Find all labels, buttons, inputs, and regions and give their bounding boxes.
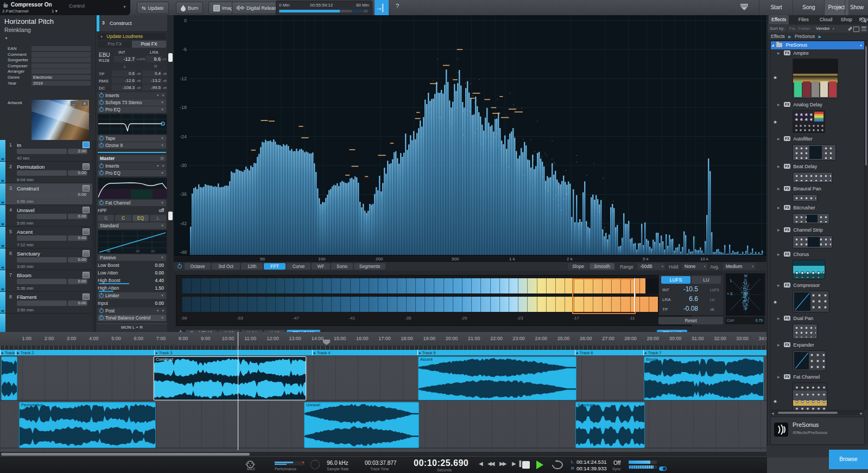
gain-value[interactable]: 2.00: [68, 149, 87, 154]
expander-icon[interactable]: [1, 223, 4, 226]
loudness-collapse-icon[interactable]: ▼: [100, 35, 103, 39]
help-button[interactable]: ?: [393, 3, 402, 11]
plugin-thumbnail[interactable]: [793, 172, 833, 183]
lu-toggle[interactable]: LU: [692, 276, 721, 284]
power-icon[interactable]: [99, 143, 104, 148]
field-input[interactable]: 2019: [31, 81, 91, 86]
plugin-thumbnail[interactable]: [793, 260, 825, 279]
track-header-label[interactable]: ▸ Track 3: [156, 350, 172, 355]
fast-forward-button[interactable]: ▶▶: [499, 461, 505, 466]
field-input[interactable]: [31, 57, 91, 62]
tree-item-binaural-pan[interactable]: ▶FXBinaural Pan: [771, 185, 864, 193]
slope-button[interactable]: Slope: [568, 263, 588, 270]
analyzer-mode-fft[interactable]: FFT: [264, 263, 286, 270]
gain-value[interactable]: 0.00: [68, 235, 87, 241]
browser-tab-cloud[interactable]: Cloud: [817, 15, 835, 24]
plugin-thumbnail[interactable]: [793, 194, 818, 202]
expander-icon[interactable]: [1, 180, 4, 182]
tab-pre-fx[interactable]: Pre FX: [98, 41, 132, 48]
plugin-thumbnail[interactable]: [793, 382, 827, 411]
track-header-label[interactable]: ▸ Track 4: [314, 350, 330, 355]
tree-item-bitcrusher[interactable]: ▶FXBitcrusher: [771, 204, 864, 212]
sort-vendor-option[interactable]: Vendor: [816, 26, 829, 31]
breadcrumb-effects[interactable]: Effects: [771, 34, 785, 39]
track-list-item[interactable]: 4Unravel0.005:00 min: [0, 205, 92, 227]
favorite-star-icon[interactable]: ★: [773, 399, 777, 404]
fc-mode-dropdown[interactable]: Standard▼: [98, 222, 166, 229]
inserts-header[interactable]: Inserts+▼: [98, 92, 166, 99]
reset-button[interactable]: Reset: [658, 317, 723, 324]
update-button[interactable]: ⇆ Update: [137, 2, 169, 14]
plugin-thumbnail[interactable]: [793, 235, 833, 248]
browser-tab-effects[interactable]: Effects: [769, 15, 789, 24]
expander-icon[interactable]: ▶: [777, 373, 780, 381]
gain-slider[interactable]: [17, 170, 67, 176]
gain-value[interactable]: 0.00: [68, 257, 87, 263]
browser-vscrollbar[interactable]: [865, 41, 867, 410]
favorite-star-icon[interactable]: ★: [773, 299, 777, 305]
plugin-thumbnail[interactable]: [793, 144, 836, 161]
gain-slider[interactable]: [17, 301, 67, 306]
tonal-balance-row[interactable]: Tonal Balance Control▼: [98, 315, 166, 321]
track-list-item[interactable]: 3Construct0.006:56 min: [0, 183, 92, 205]
nav-song-button[interactable]: Song: [793, 0, 825, 15]
plugin-thumbnail[interactable]: [793, 350, 826, 371]
expander-icon[interactable]: ▶: [777, 315, 780, 323]
power-icon[interactable]: [99, 201, 104, 205]
breadcrumb-presonus[interactable]: PreSonus: [795, 34, 815, 39]
field-input[interactable]: [31, 69, 91, 74]
track-header-label[interactable]: ▸ Track 7: [645, 350, 661, 355]
audio-clip-sanctuary[interactable]: Sanctuary: [575, 402, 645, 448]
audio-clip-bloom[interactable]: Bloom: [644, 356, 764, 400]
loop-button[interactable]: [550, 460, 565, 470]
gain-value[interactable]: 0.00: [68, 192, 87, 197]
wrench-icon[interactable]: [848, 27, 852, 31]
favorite-star-icon[interactable]: ★: [773, 75, 777, 80]
gain-value[interactable]: 0.00: [68, 214, 87, 219]
master-eq-curve[interactable]: [98, 177, 167, 199]
browser-hscrollbar[interactable]: ◀ ▶: [770, 411, 864, 415]
project-dropdown-icon[interactable]: ▼: [839, 6, 842, 9]
expanded-icon[interactable]: ◢: [771, 41, 774, 49]
scroll-handle[interactable]: [168, 53, 173, 62]
track-header-label[interactable]: ▸ Track 6: [576, 350, 593, 355]
spectrum-analyzer[interactable]: 0-6-12-18-24-30-36-42-48: [174, 15, 766, 255]
return-to-start-button[interactable]: ▐: [517, 461, 520, 466]
tree-item-fat-channel[interactable]: ▶FXFat Channel: [771, 373, 864, 381]
eq-param-value[interactable]: 0.00: [155, 270, 164, 276]
burn-button[interactable]: Burn: [176, 2, 203, 14]
prev-marker-button[interactable]: ◀: [479, 461, 482, 466]
tree-item-ampire[interactable]: ▶FXAmpire: [771, 49, 864, 57]
track-header-strip[interactable]: ▸ Track 1▸ Track 2▸ Track 3▸ Track 4▸ Tr…: [0, 350, 766, 355]
tree-item-compressor[interactable]: ▶FXCompressor: [771, 282, 864, 290]
audio-clip-permutation[interactable]: Permutation: [19, 402, 156, 448]
field-input[interactable]: Electronic: [31, 75, 91, 80]
insert-slot[interactable]: Ozone 8▼: [98, 142, 166, 149]
gain-slider[interactable]: [17, 257, 67, 263]
tree-item-autofilter[interactable]: ▶FXAutofilter: [771, 135, 864, 143]
lufs-toggle[interactable]: LUFS: [661, 276, 690, 284]
play-button[interactable]: [536, 461, 543, 469]
gain-value[interactable]: 0.00: [68, 170, 87, 176]
performance-meter[interactable]: [274, 461, 305, 465]
browser-tab-files[interactable]: Files: [796, 15, 812, 24]
hold-dropdown[interactable]: None: [682, 263, 707, 270]
gain-slider[interactable]: [17, 279, 67, 284]
analyzer-mode-curve[interactable]: Curve: [287, 263, 311, 270]
metadata-collapse-icon[interactable]: ▼: [4, 36, 8, 40]
eq-param-value[interactable]: 0.00: [155, 262, 164, 269]
rewind-button[interactable]: ◀◀: [487, 461, 493, 466]
timeline-scrollbar[interactable]: [0, 452, 766, 457]
compressor-curve[interactable]: -48 -24 -12: [98, 230, 167, 254]
track-eq-curve[interactable]: [98, 114, 167, 135]
time-ruler[interactable]: 1:002:003:004:005:006:007:008:009:0010:0…: [0, 332, 766, 346]
eq-param-row[interactable]: Low Atten0.00: [98, 270, 166, 276]
tree-item-analog-delay[interactable]: ▶FXAnalog Delay: [771, 101, 864, 109]
scroll-right-icon[interactable]: ▶: [860, 411, 863, 415]
scroll-handle[interactable]: [168, 212, 173, 220]
monitor-selector[interactable]: MON L + R: [97, 323, 167, 331]
power-icon[interactable]: [99, 164, 104, 168]
expander-icon[interactable]: ▶: [777, 163, 780, 171]
power-icon[interactable]: [99, 171, 104, 175]
tree-item-expander[interactable]: ▶FXExpander: [771, 341, 864, 349]
